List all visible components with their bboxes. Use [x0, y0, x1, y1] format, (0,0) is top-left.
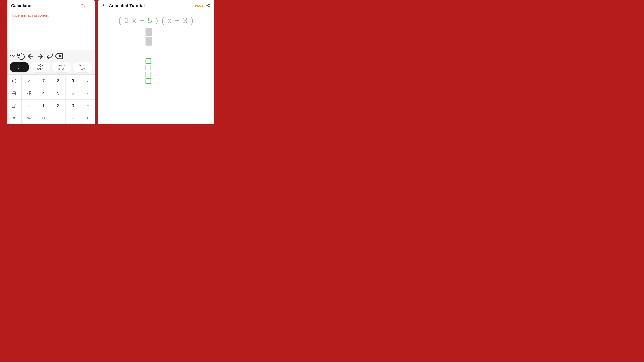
- key-6[interactable]: 6: [66, 87, 80, 99]
- key-pi[interactable]: π: [7, 112, 22, 124]
- expression-part2: ) ( x + 3 ): [153, 16, 194, 25]
- key-plus[interactable]: +: [80, 112, 95, 124]
- key-paren[interactable]: (□): [7, 74, 22, 87]
- back-arrow-icon: [102, 3, 106, 7]
- mode-calculus-line1: lim dx: [79, 64, 86, 67]
- bar-1: [146, 28, 152, 36]
- share-icon: [206, 3, 210, 7]
- svg-text:2: 2: [15, 104, 16, 106]
- mode-arithmetic[interactable]: + − × ÷: [10, 62, 29, 72]
- mode-trig[interactable]: sin cos tan cot: [52, 62, 71, 72]
- key-multiply[interactable]: ×: [80, 87, 95, 99]
- mode-functions-line2: log ln: [37, 67, 44, 70]
- key-percent[interactable]: %: [22, 112, 36, 124]
- close-button[interactable]: Close: [81, 3, 91, 8]
- cursor-left-button[interactable]: [27, 52, 35, 60]
- key-3[interactable]: 3: [66, 99, 80, 112]
- key-1[interactable]: 1: [36, 99, 51, 112]
- mode-arithmetic-line1: + −: [18, 64, 21, 67]
- svg-point-12: [208, 4, 210, 5]
- back-button[interactable]: [102, 3, 106, 8]
- fraction-icon: [12, 91, 16, 96]
- mode-functions-line1: f(x) e: [37, 64, 43, 67]
- checkbox-4: [146, 78, 151, 84]
- calculator-title: Calculator: [11, 3, 32, 8]
- key-minus[interactable]: −: [80, 99, 95, 112]
- key-divide[interactable]: ÷: [80, 74, 95, 87]
- key-fraction[interactable]: [7, 87, 22, 99]
- history-icon: [17, 52, 25, 60]
- checkbox-3: [146, 72, 151, 77]
- enter-icon: [46, 52, 54, 60]
- key-x[interactable]: x: [22, 99, 36, 112]
- power-icon: 2: [12, 103, 16, 108]
- svg-point-13: [206, 5, 208, 6]
- graph-checkboxes: [146, 58, 151, 84]
- keyboard: abc: [7, 50, 95, 124]
- key-4[interactable]: 4: [36, 87, 51, 99]
- math-expression: ( 2 x − 5 ) ( x + 3 ): [118, 16, 194, 25]
- cursor-right-button[interactable]: [36, 52, 44, 60]
- abc-label[interactable]: abc: [10, 54, 15, 58]
- key-0[interactable]: 0: [36, 112, 51, 124]
- share-button[interactable]: [206, 3, 210, 8]
- expression-highlight: 5: [148, 16, 153, 25]
- tutorial-panel: Animated Tutorial PLUS ( 2 x − 5 ) ( x +…: [98, 0, 214, 124]
- key-dot[interactable]: .: [51, 112, 66, 124]
- key-2[interactable]: 2: [51, 99, 66, 112]
- plus-badge[interactable]: PLUS: [195, 4, 204, 7]
- key-sqrt[interactable]: [22, 87, 36, 99]
- backspace-button[interactable]: [55, 52, 63, 60]
- calc-header: Calculator Close: [7, 0, 95, 11]
- key-equals[interactable]: =: [66, 112, 80, 124]
- math-input[interactable]: [11, 13, 91, 19]
- key-5[interactable]: 5: [51, 87, 66, 99]
- mode-trig-line1: sin cos: [58, 64, 66, 67]
- key-power[interactable]: 2: [7, 99, 22, 112]
- svg-rect-6: [13, 94, 16, 95]
- graph-bars-top: [146, 28, 152, 45]
- svg-rect-9: [12, 105, 15, 107]
- key-grid: (□) > 7 8 9 ÷: [7, 74, 95, 124]
- backspace-icon: [55, 52, 63, 60]
- key-greater[interactable]: >: [22, 74, 36, 87]
- mode-arithmetic-line2: × ÷: [18, 67, 21, 70]
- key-8[interactable]: 8: [51, 74, 66, 87]
- svg-point-14: [208, 6, 210, 7]
- svg-rect-4: [13, 91, 16, 93]
- right-arrow-icon: [36, 52, 44, 60]
- mode-trig-line2: tan cot: [58, 67, 65, 70]
- input-area: [7, 11, 95, 50]
- key-9[interactable]: 9: [66, 74, 80, 87]
- history-button[interactable]: [17, 52, 25, 60]
- sqrt-icon: [26, 91, 31, 96]
- key-7[interactable]: 7: [36, 74, 51, 87]
- enter-button[interactable]: [46, 52, 54, 60]
- checkbox-1: [146, 58, 151, 64]
- svg-line-15: [208, 5, 208, 6]
- checkbox-2: [146, 65, 151, 70]
- tutorial-header: Animated Tutorial PLUS: [98, 0, 214, 11]
- mode-row: + − × ÷ f(x) e log ln sin cos tan cot li…: [7, 62, 95, 74]
- calculator-panel: Calculator Close abc: [7, 0, 95, 124]
- mode-functions[interactable]: f(x) e log ln: [31, 62, 50, 72]
- y-axis: [156, 31, 156, 79]
- expression-part1: ( 2 x −: [118, 16, 148, 25]
- bar-2: [146, 37, 152, 45]
- mode-calculus-line2: ∫ Σ ∞: [80, 67, 85, 70]
- graph-axes: [127, 31, 185, 79]
- left-arrow-icon: [27, 52, 35, 60]
- keyboard-nav: abc: [7, 52, 95, 62]
- tutorial-content: ( 2 x − 5 ) ( x + 3 ): [98, 11, 214, 124]
- svg-line-16: [208, 4, 208, 5]
- tutorial-title: Animated Tutorial: [109, 3, 192, 8]
- mode-calculus[interactable]: lim dx ∫ Σ ∞: [73, 62, 92, 72]
